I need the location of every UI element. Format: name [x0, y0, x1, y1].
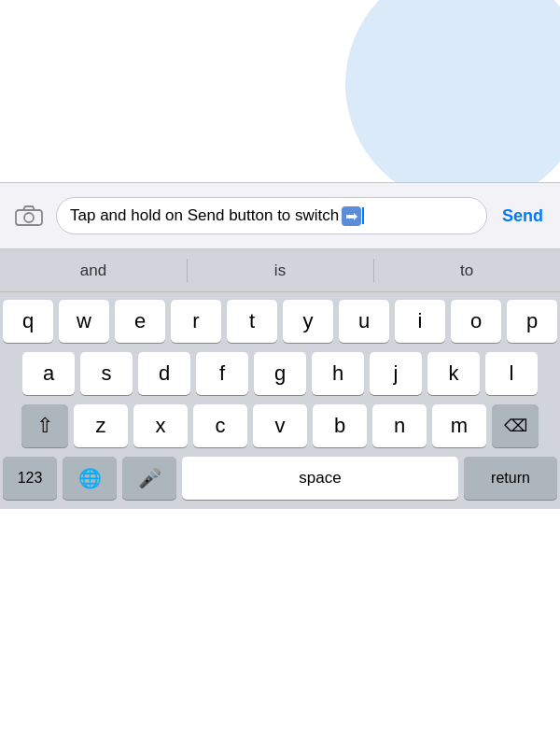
- decorative-circle: [345, 0, 560, 182]
- shift-key[interactable]: ⇧: [21, 404, 68, 447]
- space-key[interactable]: space: [182, 457, 458, 500]
- key-o[interactable]: o: [451, 300, 501, 343]
- mic-key[interactable]: 🎤: [122, 457, 176, 500]
- key-s[interactable]: s: [80, 352, 133, 395]
- key-x[interactable]: x: [133, 404, 188, 447]
- send-emoji: ➡: [342, 206, 361, 226]
- key-k[interactable]: k: [427, 352, 480, 395]
- svg-point-1: [24, 213, 34, 222]
- globe-key[interactable]: 🌐: [63, 457, 117, 500]
- key-b[interactable]: b: [313, 404, 367, 447]
- key-f[interactable]: f: [196, 352, 248, 395]
- key-l[interactable]: l: [485, 352, 538, 395]
- send-button[interactable]: Send: [497, 203, 549, 230]
- predictive-bar: and is to: [0, 249, 560, 292]
- key-row-1: q w e r t y u i o p: [3, 300, 557, 343]
- top-area: [0, 0, 560, 182]
- key-q[interactable]: q: [3, 300, 53, 343]
- key-m[interactable]: m: [432, 404, 486, 447]
- key-row-3: ⇧ z x c v b n m ⌫: [3, 404, 557, 447]
- key-t[interactable]: t: [227, 300, 277, 343]
- message-input[interactable]: Tap and hold on Send button to switch ➡: [56, 197, 487, 234]
- message-text: Tap and hold on Send button to switch: [70, 205, 339, 226]
- key-y[interactable]: y: [283, 300, 333, 343]
- key-u[interactable]: u: [339, 300, 389, 343]
- predictive-item-and[interactable]: and: [0, 249, 187, 291]
- key-g[interactable]: g: [254, 352, 306, 395]
- key-a[interactable]: a: [22, 352, 75, 395]
- key-w[interactable]: w: [59, 300, 109, 343]
- key-j[interactable]: j: [370, 352, 422, 395]
- camera-button[interactable]: [11, 198, 47, 233]
- key-v[interactable]: v: [253, 404, 307, 447]
- text-cursor: [362, 207, 364, 224]
- key-z[interactable]: z: [74, 404, 128, 447]
- predictive-item-to[interactable]: to: [373, 249, 560, 291]
- key-d[interactable]: d: [138, 352, 190, 395]
- numbers-key[interactable]: 123: [3, 457, 57, 500]
- key-e[interactable]: e: [115, 300, 165, 343]
- input-bar: Tap and hold on Send button to switch ➡ …: [0, 182, 560, 249]
- keyboard: q w e r t y u i o p a s d f g h j k l ⇧ …: [0, 292, 560, 509]
- delete-key[interactable]: ⌫: [492, 404, 539, 447]
- key-row-4: 123 🌐 🎤 space return: [3, 457, 557, 505]
- key-p[interactable]: p: [507, 300, 557, 343]
- key-c[interactable]: c: [193, 404, 247, 447]
- key-h[interactable]: h: [312, 352, 364, 395]
- key-i[interactable]: i: [395, 300, 445, 343]
- key-row-2: a s d f g h j k l: [3, 352, 557, 395]
- key-n[interactable]: n: [372, 404, 427, 447]
- return-key[interactable]: return: [464, 457, 557, 500]
- predictive-item-is[interactable]: is: [187, 249, 373, 291]
- camera-icon: [15, 205, 43, 227]
- key-r[interactable]: r: [171, 300, 221, 343]
